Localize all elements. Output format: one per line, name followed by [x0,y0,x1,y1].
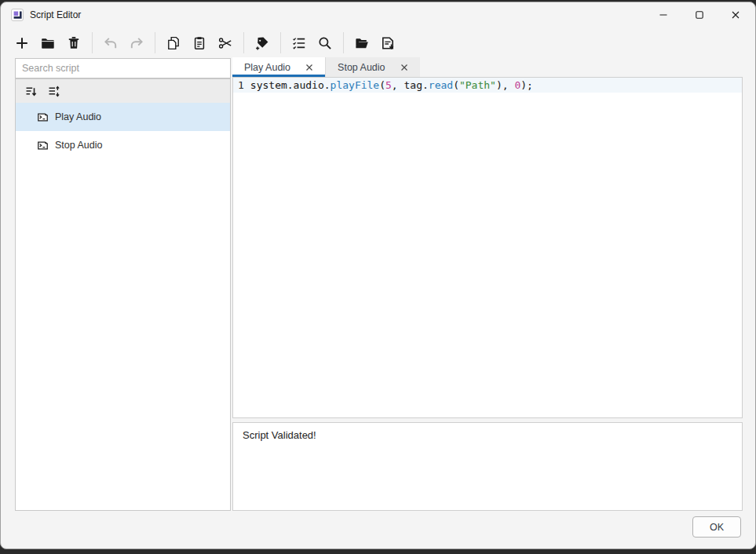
script-editor-window: Script Editor Play AudioStop Audio Play … [0,2,756,549]
app-icon [11,9,24,21]
sort-custom-icon [47,85,60,98]
code-token: playFile [331,79,380,91]
script-item-stop-audio[interactable]: Stop Audio [16,131,230,159]
toolbar-save-export-button[interactable] [376,31,400,55]
code-line: 1system.audio.playFile(5, tag.read("Path… [233,78,742,93]
minimize-icon [659,10,668,20]
undo-icon [103,35,119,51]
sort-descending-icon [24,85,38,98]
window-title: Script Editor [30,9,81,20]
validation-message-panel: Script Validated! [232,422,743,511]
sort-bar [16,79,230,103]
script-list-panel: Play AudioStop Audio [15,78,231,511]
titlebar: Script Editor [1,2,755,27]
copy-icon [166,35,181,51]
toolbar-undo-button[interactable] [99,31,122,55]
checklist-icon [291,35,307,51]
toolbar-add-script-button[interactable] [10,31,34,55]
code-token: read [429,79,453,91]
code-token: ), [496,79,514,91]
toolbar-redo-button[interactable] [125,31,148,55]
close-icon [305,64,313,71]
script-item-label: Play Audio [55,111,101,122]
close-button[interactable] [718,2,754,27]
minimize-button[interactable] [645,2,681,27]
toolbar-add-tag-button[interactable] [250,31,274,55]
code-token: 5 [385,79,392,91]
code-editor[interactable]: 1system.audio.playFile(5, tag.read("Path… [232,77,743,418]
toolbar [10,28,746,57]
paste-icon [192,35,207,51]
delete-icon [66,35,82,51]
toolbar-copy-button[interactable] [162,31,185,55]
close-icon [731,10,740,20]
open-folder-icon [354,35,370,51]
redo-icon [129,35,144,51]
script-icon [36,139,49,152]
code-token: , tag. [392,79,429,91]
toolbar-separator [155,32,155,53]
toolbar-separator [243,32,244,53]
code-token: ( [453,79,459,91]
toolbar-checklist-button[interactable] [287,31,311,55]
validation-message: Script Validated! [243,429,316,441]
save-export-icon [380,35,396,51]
search-icon [317,35,333,51]
toolbar-cut-button[interactable] [214,31,237,55]
toolbar-delete-button[interactable] [62,31,86,55]
folder-icon [40,35,56,51]
toolbar-folder-button[interactable] [36,31,60,55]
sort-custom-button[interactable] [44,82,63,100]
maximize-icon [695,10,704,20]
close-icon [400,64,408,71]
script-list: Play AudioStop Audio [16,103,230,159]
ok-button[interactable]: OK [692,516,741,538]
tab-label: Play Audio [244,62,290,73]
tab-label: Stop Audio [338,62,385,73]
toolbar-search-button[interactable] [313,31,337,55]
search-input[interactable] [15,58,231,78]
toolbar-separator [280,32,281,53]
code-token: system.audio. [250,79,331,91]
tab-play-audio[interactable]: Play Audio [232,57,325,77]
script-item-play-audio[interactable]: Play Audio [16,103,230,131]
toolbar-open-folder-button[interactable] [350,31,374,55]
tab-close-button[interactable] [305,64,313,71]
script-icon [36,111,49,124]
toolbar-separator [343,32,344,53]
toolbar-paste-button[interactable] [188,31,211,55]
sort-descending-button[interactable] [21,82,40,100]
maximize-button[interactable] [681,2,718,27]
tab-stop-audio[interactable]: Stop Audio [325,57,419,77]
line-number: 1 [238,79,244,91]
cut-icon [217,35,233,51]
code-token: ( [379,79,385,91]
add-script-icon [14,35,30,51]
code-token: ); [520,79,533,91]
tab-close-button[interactable] [400,64,408,71]
window-controls [645,2,754,27]
code-token: "Path" [459,79,496,91]
toolbar-separator [92,32,93,53]
add-tag-icon [254,35,270,51]
tab-bar: Play AudioStop Audio [232,57,741,77]
script-item-label: Stop Audio [55,140,102,151]
